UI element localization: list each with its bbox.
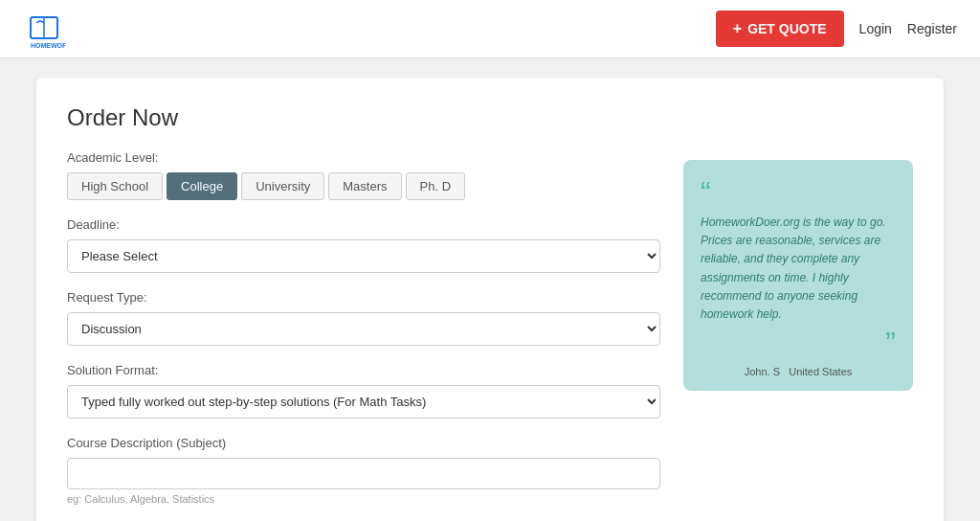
tab-masters[interactable]: Masters [328,172,401,200]
testimonial-author: John. S United States [701,366,896,377]
deadline-section: Deadline: Please Select 6 Hours 12 Hours… [67,217,660,273]
solution-format-select[interactable]: Typed fully worked out step-by-step solu… [67,385,660,419]
course-description-input[interactable] [67,458,660,489]
login-link[interactable]: Login [859,21,892,36]
svg-text:HOMEWORK: HOMEWORK [31,42,65,49]
order-card: Order Now Academic Level: High School Co… [36,78,944,521]
course-description-section: Course Description (Subject) eg: Calculu… [67,436,660,505]
academic-level-label: Academic Level: [67,150,660,165]
register-link[interactable]: Register [907,21,957,36]
quote-open-icon: “ [701,177,896,208]
logo-area: HOMEWORK [23,8,65,50]
solution-format-section: Solution Format: Typed fully worked out … [67,363,660,419]
testimonial-box: “ HomeworkDoer.org is the way to go. Pri… [683,160,913,391]
tab-college[interactable]: College [167,172,237,200]
testimonial-text: HomeworkDoer.org is the way to go. Price… [701,214,896,324]
request-type-label: Request Type: [67,290,660,305]
request-type-select[interactable]: Discussion Essay Assignment Research Pap… [67,312,660,346]
form-right: “ HomeworkDoer.org is the way to go. Pri… [683,150,913,521]
academic-level-section: Academic Level: High School College Univ… [67,150,660,200]
logo-icon: HOMEWORK [23,8,65,50]
header-right: + GET QUOTE Login Register [716,11,957,47]
tab-high-school[interactable]: High School [67,172,163,200]
request-type-section: Request Type: Discussion Essay Assignmen… [67,290,660,346]
course-description-hint: eg: Calculus, Algebra, Statistics [67,493,660,505]
get-quote-button[interactable]: + GET QUOTE [716,11,844,47]
header: HOMEWORK + GET QUOTE Login Register [0,0,980,58]
form-layout: Academic Level: High School College Univ… [67,150,913,521]
solution-format-label: Solution Format: [67,363,660,377]
deadline-label: Deadline: [67,217,660,232]
form-left: Academic Level: High School College Univ… [67,150,660,521]
order-title: Order Now [67,104,913,131]
quote-close-icon: ” [701,328,896,358]
tab-university[interactable]: University [241,172,324,200]
deadline-select[interactable]: Please Select 6 Hours 12 Hours 24 Hours … [67,239,660,273]
tab-phd[interactable]: Ph. D [406,172,466,200]
main-content: Order Now Academic Level: High School Co… [21,78,959,521]
course-description-label: Course Description (Subject) [67,436,660,450]
academic-tabs: High School College University Masters P… [67,172,660,200]
